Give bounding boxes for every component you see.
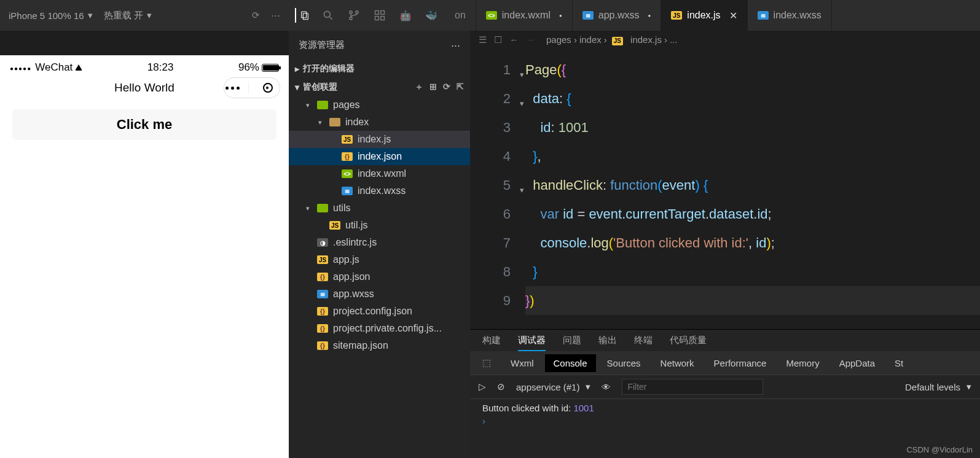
devtools-tab-network[interactable]: Network — [661, 358, 694, 368]
svg-rect-1 — [303, 14, 308, 20]
explorer-panel: 资源管理器 ⋯ 打开的编辑器 皆创联盟 ＋ ⊞ ⟳ ⇱ ▾pages▾index… — [289, 31, 470, 458]
tree-util-js[interactable]: JSutil.js — [289, 217, 470, 234]
tab-index-wxss[interactable]: ≋index.wxss — [748, 0, 832, 31]
page-title: Hello World — [114, 81, 174, 95]
capsule-menu-icon[interactable] — [231, 87, 234, 90]
new-folder-icon[interactable]: ⊞ — [429, 82, 437, 93]
inspect-icon[interactable]: ⬚ — [482, 357, 491, 368]
svg-rect-0 — [302, 12, 307, 18]
top-toolbar: iPhone 5 100% 16 ▾ 热重载 开 ▾ ⟳ ⋯ 🤖 🐳 on <>… — [0, 0, 980, 31]
capsule-close-icon[interactable] — [263, 83, 273, 93]
svg-point-2 — [324, 11, 330, 17]
tree-index-js[interactable]: JSindex.js — [289, 131, 470, 148]
outline-icon[interactable]: ☰ — [479, 34, 487, 45]
docker-icon[interactable]: 🐳 — [424, 8, 439, 23]
svg-rect-6 — [375, 11, 379, 15]
console-output[interactable]: Button clicked with id: 1001 › — [470, 399, 980, 458]
svg-point-4 — [350, 17, 352, 20]
tree-project-config-json[interactable]: {}project.config.json — [289, 303, 470, 320]
watermark: CSDN @VicdorLin — [906, 445, 973, 454]
project-section[interactable]: 皆创联盟 ＋ ⊞ ⟳ ⇱ — [289, 78, 470, 96]
open-editors-section[interactable]: 打开的编辑器 — [289, 60, 470, 78]
svg-rect-8 — [381, 17, 385, 20]
click-me-button[interactable]: Click me — [12, 109, 276, 140]
code-editor[interactable]: ▾1▾234▾56789 Page({ data: { id: 1001 }, … — [470, 49, 980, 329]
tree-app-js[interactable]: JSapp.js — [289, 251, 470, 268]
panel-tab-0[interactable]: 构建 — [482, 335, 501, 351]
tree-app-wxss[interactable]: ≋app.wxss — [289, 285, 470, 303]
hot-reload-toggle[interactable]: 热重载 开 ▾ — [104, 10, 152, 21]
activity-bar: 🤖 🐳 — [289, 8, 445, 23]
capsule-menu[interactable] — [224, 77, 280, 98]
panel-tab-4[interactable]: 终端 — [634, 335, 653, 351]
run-icon[interactable]: ▷ — [479, 381, 486, 392]
devtools-tab-performance[interactable]: Performance — [714, 358, 767, 368]
tree-index[interactable]: ▾index — [289, 114, 470, 131]
search-icon[interactable] — [321, 8, 335, 23]
status-time: 18:23 — [147, 61, 174, 74]
breadcrumb[interactable]: pages›index› JS index.js›... — [544, 34, 680, 45]
svg-rect-9 — [381, 11, 385, 15]
robot-icon[interactable]: 🤖 — [398, 8, 413, 23]
collapse-icon[interactable]: ⇱ — [457, 82, 464, 93]
svg-point-3 — [350, 11, 352, 14]
close-icon[interactable]: ✕ — [729, 10, 737, 21]
tab-index-js[interactable]: JSindex.js✕ — [661, 0, 747, 31]
device-select[interactable]: iPhone 5 100% 16 ▾ — [9, 10, 93, 21]
new-file-icon[interactable]: ＋ — [415, 82, 423, 93]
devtools-tab-wxml[interactable]: Wxml — [511, 358, 534, 368]
nav-back-icon[interactable]: ← — [509, 34, 519, 45]
panel-tab-2[interactable]: 问题 — [563, 335, 581, 351]
tree-index-json[interactable]: {}index.json — [289, 148, 470, 165]
tree-index-wxss[interactable]: ≋index.wxss — [289, 182, 470, 200]
filter-input[interactable] — [622, 379, 763, 395]
tab-index-wxml[interactable]: <>index.wxml — [476, 0, 573, 31]
devtools-tab-memory[interactable]: Memory — [786, 358, 819, 368]
clear-icon[interactable]: ⊘ — [497, 381, 505, 392]
context-select[interactable]: appservice (#1) ▾ — [516, 381, 590, 392]
tab-app-wxss[interactable]: ≋app.wxss — [573, 0, 662, 31]
svg-point-5 — [356, 11, 358, 14]
devtools-tab-console[interactable]: Console — [545, 354, 596, 372]
panel-tab-1[interactable]: 调试器 — [518, 335, 546, 351]
tab-hidden[interactable]: on — [445, 0, 476, 31]
devtools-tab-sources[interactable]: Sources — [607, 358, 641, 368]
bookmark-icon[interactable]: ☐ — [494, 34, 502, 45]
tree--eslintrc-js[interactable]: ◑.eslintrc.js — [289, 234, 470, 251]
more-icon[interactable]: ⋯ — [271, 10, 280, 21]
panel-tab-5[interactable]: 代码质量 — [670, 335, 707, 351]
explorer-title: 资源管理器 — [299, 39, 345, 51]
nav-fwd-icon[interactable]: → — [526, 34, 535, 45]
refresh-tree-icon[interactable]: ⟳ — [443, 82, 450, 93]
tree-app-json[interactable]: {}app.json — [289, 268, 470, 285]
tree-sitemap-json[interactable]: {}sitemap.json — [289, 337, 470, 354]
svg-rect-7 — [375, 17, 379, 20]
refresh-icon[interactable]: ⟳ — [252, 10, 260, 21]
tree-index-wxml[interactable]: <>index.wxml — [289, 165, 470, 182]
extensions-icon[interactable] — [372, 8, 387, 23]
tree-project-private-config-js---[interactable]: {}project.private.config.js... — [289, 320, 470, 337]
devtools-tab-st[interactable]: St — [895, 358, 903, 368]
tree-pages[interactable]: ▾pages — [289, 96, 470, 114]
devtools-tab-appdata[interactable]: AppData — [839, 358, 875, 368]
tree-utils[interactable]: ▾utils — [289, 200, 470, 217]
explorer-icon[interactable] — [295, 8, 310, 23]
simulator-panel: WeChat 18:23 96% Hello World Click me — [0, 31, 289, 458]
eye-icon[interactable]: 👁 — [602, 382, 611, 392]
log-levels-select[interactable]: Default levels ▾ — [905, 381, 971, 392]
phone-status-bar: WeChat 18:23 96% — [0, 55, 289, 76]
explorer-more-icon[interactable]: ⋯ — [451, 40, 460, 51]
branch-icon[interactable] — [347, 8, 361, 23]
editor-tabs: on <>index.wxml≋app.wxssJSindex.js✕≋inde… — [445, 0, 980, 31]
editor-panel: ☰ ☐ ← → pages›index› JS index.js›... ▾1▾… — [470, 31, 980, 458]
panel-tab-3[interactable]: 输出 — [598, 335, 617, 351]
devtools-panel: 构建调试器问题输出终端代码质量 ⬚ WxmlConsoleSourcesNetw… — [470, 329, 980, 458]
